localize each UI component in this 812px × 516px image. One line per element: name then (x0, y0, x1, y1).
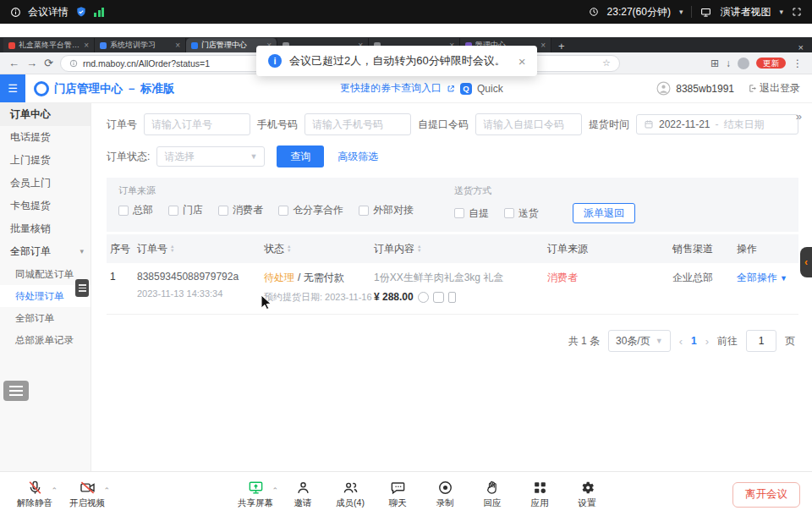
sidebar-item-phone-pickup[interactable]: 电话提货 (0, 126, 91, 149)
th-order-content[interactable]: 订单内容▲▼ (374, 242, 547, 256)
checkbox-external[interactable]: 外部对接 (359, 203, 414, 217)
user-avatar-icon[interactable] (656, 81, 671, 96)
members-button[interactable]: 成员(4) (327, 480, 373, 509)
checkbox-icon[interactable] (168, 206, 178, 216)
browser-tab[interactable]: 系统培训学习× (95, 38, 186, 52)
sidebar-group-all-orders[interactable]: 全部订单 ▾ (0, 240, 91, 263)
view-dropdown-icon[interactable]: ▾ (779, 8, 783, 16)
browser-tab[interactable]: 礼盒菜终平台管理中心× (3, 38, 95, 52)
search-button[interactable]: 查询 (277, 145, 324, 167)
record-button[interactable]: 录制 (422, 480, 468, 509)
toast-close-icon[interactable]: × (518, 54, 526, 69)
sort-icon[interactable]: ▲▼ (170, 244, 174, 253)
unmute-button[interactable]: 解除静音 ⌃ (12, 480, 58, 509)
phone-input[interactable] (305, 118, 410, 130)
browser-menu-icon[interactable]: ⋮ (793, 58, 804, 69)
share-options-caret[interactable]: ⌃ (272, 486, 278, 495)
sidebar-item-hq-dispatch-records[interactable]: 总部派单记录 (0, 329, 91, 351)
sidebar-item-door-pickup[interactable]: 上门提货 (0, 149, 91, 172)
next-page-button[interactable]: › (705, 335, 709, 348)
timer-icon (589, 7, 599, 17)
checkbox-label: 外部对接 (373, 203, 414, 217)
shield-check-icon[interactable] (75, 6, 87, 18)
tab-close-icon[interactable]: × (84, 41, 89, 50)
pickup-code-input[interactable] (476, 118, 581, 130)
current-page[interactable]: 1 (691, 335, 697, 347)
new-tab-button[interactable]: + (551, 40, 572, 52)
sort-icon[interactable]: ▲▼ (287, 244, 291, 253)
browser-update-button[interactable]: 更新 (756, 58, 786, 69)
checkbox-icon[interactable] (359, 206, 369, 216)
site-info-icon[interactable] (69, 59, 78, 68)
checkbox-consumer[interactable]: 消费者 (218, 203, 263, 217)
checkbox-delivery[interactable]: 送货 (504, 206, 539, 221)
checkbox-icon[interactable] (218, 206, 228, 216)
record-icon (437, 480, 453, 496)
username[interactable]: 8385wb1991 (676, 83, 734, 95)
th-order-source: 订单来源 (547, 242, 672, 256)
mic-options-caret[interactable]: ⌃ (51, 486, 58, 495)
video-options-caret[interactable]: ⌃ (103, 486, 110, 495)
order-no-input[interactable] (145, 118, 250, 130)
sidebar-item-all-orders[interactable]: 全部订单 (0, 307, 91, 329)
checkbox-warehouse-share[interactable]: 仓分享合作 (278, 203, 343, 217)
sidebar-item-member-visit[interactable]: 会员上门 (0, 172, 91, 195)
settings-button[interactable]: 设置 (564, 480, 610, 509)
meeting-panel-handle[interactable]: ‹ (800, 247, 812, 277)
meeting-details-label[interactable]: 会议详情 (28, 5, 69, 19)
prev-page-button[interactable]: ‹ (679, 335, 683, 348)
th-sales-channel: 销售渠道 (672, 242, 737, 256)
invite-button[interactable]: 邀请 (280, 480, 326, 509)
meeting-info-icon[interactable] (10, 7, 21, 18)
sidebar-item-batch-verify[interactable]: 批量核销 (0, 217, 91, 240)
browser-profile-avatar[interactable] (738, 58, 749, 69)
checkbox-icon[interactable] (454, 208, 464, 218)
chat-button[interactable]: 聊天 (375, 480, 420, 509)
bookmark-star-icon[interactable]: ☆ (602, 58, 611, 69)
th-order-no[interactable]: 订单号▲▼ (137, 242, 264, 256)
forward-icon[interactable]: → (26, 58, 37, 69)
checkbox-icon[interactable] (278, 206, 288, 216)
tab-close-icon[interactable]: × (540, 41, 546, 50)
date-range-picker[interactable]: 2022-11-21 - 结束日期 (636, 114, 798, 134)
advanced-filter-link[interactable]: 高级筛选 (337, 150, 378, 164)
download-icon[interactable]: ↓ (726, 58, 731, 69)
sort-icon[interactable]: ▲▼ (417, 244, 421, 253)
timer-dropdown-icon[interactable]: ▾ (679, 8, 683, 16)
reload-icon[interactable]: ⟳ (44, 58, 53, 69)
quick-entry: 更快捷的券卡查询入口 Q Quick (340, 81, 503, 96)
extensions-icon[interactable]: ⊞ (710, 58, 719, 69)
leave-meeting-button[interactable]: 离开会议 (732, 482, 800, 508)
dispatch-return-button[interactable]: 派单退回 (573, 203, 635, 223)
sidebar-toggle-button[interactable]: ☰ (0, 74, 25, 102)
tab-close-icon[interactable]: × (175, 41, 180, 50)
window-close-icon[interactable]: × (790, 42, 812, 52)
cell-status: 待处理/ 无需付款 预约提货日期: 2023-11-16 (264, 271, 374, 304)
reaction-button[interactable]: 回应 (469, 480, 515, 509)
collapse-panel-icon[interactable]: » (796, 110, 802, 123)
view-mode-label[interactable]: 演讲者视图 (720, 5, 771, 19)
start-video-button[interactable]: 开启视频 ⌃ (64, 480, 110, 509)
checkbox-self-pickup[interactable]: 自提 (454, 206, 489, 221)
view-monitor-icon (700, 7, 711, 18)
order-no-value[interactable]: 83859345088979792a (137, 271, 264, 283)
goto-page-input[interactable] (746, 330, 776, 352)
checkbox-store[interactable]: 门店 (168, 203, 203, 217)
back-icon[interactable]: ← (8, 58, 19, 69)
page-size-select[interactable]: 30条/页 ▼ (608, 330, 671, 352)
apps-button[interactable]: 应用 (517, 480, 562, 509)
share-screen-button[interactable]: 共享屏幕 ⌃ (233, 480, 278, 509)
coupon-query-link[interactable]: 更快捷的券卡查询入口 (340, 81, 442, 96)
fullscreen-icon[interactable] (792, 7, 802, 17)
checkbox-icon[interactable] (504, 208, 514, 218)
row-actions-dropdown[interactable]: 全部操作 ▼ (737, 271, 798, 285)
order-status-select[interactable]: 请选择 ▼ (156, 146, 265, 167)
logout-button[interactable]: 退出登录 (748, 81, 800, 96)
reaction-hand-icon (485, 480, 501, 496)
sidebar-mini-toggle[interactable] (75, 279, 89, 297)
sidebar-item-card-pickup[interactable]: 卡包提货 (0, 195, 91, 217)
th-status[interactable]: 状态▲▼ (264, 242, 374, 256)
checkbox-icon[interactable] (118, 206, 129, 216)
checkbox-hq[interactable]: 总部 (118, 203, 153, 217)
floating-list-button[interactable] (3, 381, 29, 401)
